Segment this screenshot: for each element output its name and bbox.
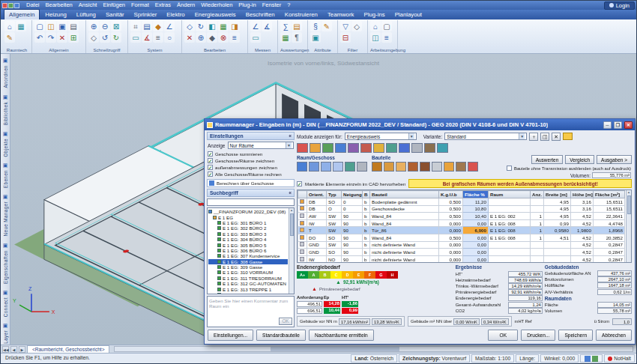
module-icon-7[interactable] [373,143,384,153]
module-icon-11[interactable] [424,143,435,153]
tab-energieausweis[interactable]: Energieausweis [190,10,241,19]
close-button[interactable]: ✕ [624,121,633,129]
menu-ndern[interactable]: Ändern [174,1,198,10]
tree-item[interactable]: E 1 EG: 314 TREPPE 2 [208,292,288,294]
checkbox-icon[interactable]: ✓ [208,158,213,163]
tree-item[interactable]: E 1 EG: 312 GC-AUTOMATEN [208,281,288,286]
panel-tab-eigenschaften[interactable]: ▣ Eigenschaften [2,242,9,284]
login-button[interactable]: Login [604,1,635,10]
option-geschosse-r-ume-zeichnen[interactable]: ✓ Geschosse/Räume zeichnen [207,157,295,164]
column-h-he-m[interactable]: Höhe [m] [571,191,594,198]
menu-fenster[interactable]: Fenster [259,1,284,10]
column-b[interactable]: B [363,191,370,198]
raum-geschoss-icon-5[interactable] [345,162,355,172]
column-raum[interactable]: Raum [489,191,531,198]
bauteil-icon-1[interactable] [372,162,382,172]
panel-tab-layer[interactable]: ▣ Layer [2,322,9,344]
menu-wiederholen[interactable]: Wiederholen [198,1,235,10]
pan-icon[interactable]: ◇ [88,32,99,43]
grid-icon[interactable]: ⌗ [130,21,141,31]
auswerten-button[interactable]: Auswerten [531,155,564,164]
zoom-fit-icon[interactable]: ⊠ [111,21,121,31]
tab-nav-prev-icon[interactable]: ◀ [10,346,17,353]
module-icon-2[interactable] [310,143,321,153]
highlight-checkbox[interactable]: ✓ [297,181,302,186]
measure-length-icon[interactable]: ∠ [250,21,261,31]
panel-tab-neue-manager[interactable]: ▣ Neue Manager [2,193,9,236]
add-variant-button[interactable]: ＋ [529,133,538,141]
tab-nav-first-icon[interactable]: ◀◀ [2,346,9,353]
table-row[interactable]: DOSO90bWand_840,5000,00E 1 EG: 00814,514… [298,234,625,241]
panel-tab-connect[interactable]: ▣ Connect [2,289,9,317]
tab-l-ftung[interactable]: Lüftung [72,10,100,19]
properties-icon[interactable]: ≡ [229,32,240,43]
tree-item[interactable]: E 1 EG: 303 BÜRO 3 [208,231,288,237]
new-file-icon[interactable]: ▢ [34,21,45,31]
room-edit-icon[interactable]: ✎ [4,32,15,43]
tree-item[interactable]: E 1 EG: 307 Kundenservice [208,253,288,258]
module-icon-12[interactable] [437,143,448,153]
vergleich-button[interactable]: Vergleich [565,155,594,164]
filter-off-icon[interactable]: ⊟ [340,32,351,43]
anzeige-select[interactable]: Nur Räume▼ [228,142,295,149]
search-input[interactable] [207,198,295,206]
ortho-icon[interactable]: ∠ [164,21,175,31]
panel-tab-anordnen[interactable]: ▣ Anordnen [2,57,9,88]
room-comment-box[interactable]: Geben Sie hier einen Kommentar zum Raum … [207,296,295,327]
open-file-icon[interactable]: ◫ [46,21,56,31]
column-k-g-u-b[interactable]: K.g.U.b [439,191,463,198]
report-icon[interactable]: ▤ [292,21,302,31]
delete-variant-button[interactable]: ✕ [552,133,561,141]
scroll-thumb[interactable] [290,213,294,236]
copy-variant-button[interactable]: ◫ [540,133,549,141]
status-nothalt[interactable]: NotHalt [604,354,635,363]
tree-item[interactable]: E 1 EG: 305 BÜRO 5 [208,242,288,247]
move-icon[interactable]: ◇ [184,21,195,31]
report-tab[interactable]: <Raumbericht, Geschossbericht> [27,345,109,353]
drawing-canvas[interactable]: X Z Y Isometrie von vorne/links, Südwest… [10,54,636,345]
standardbauteile-button[interactable]: Standardbauteile [256,330,306,341]
module-icon-6[interactable] [360,143,372,153]
bauteil-icon-2[interactable] [384,162,394,172]
module-icon-4[interactable] [335,143,346,153]
tab-allgemein[interactable]: Allgemein [4,9,40,19]
filter-icon[interactable]: ▽ [340,21,351,31]
undo-icon[interactable]: ↶ [34,32,45,43]
module-select[interactable]: Energieausweis▼ [345,133,417,140]
bauteil-icon-9[interactable] [468,162,478,172]
tree-item[interactable]: E 1 EG: 311 TRESORRAUM [208,276,288,281]
table-scrollbar[interactable]: ▲ [626,190,631,262]
table-row[interactable]: DBO0bGeschossdecke0,50010,804,953,1615,6… [298,205,625,213]
einstellungen-button[interactable]: Einstellungen... [208,330,253,341]
table-row[interactable]: IWSW90bWand_840,0000,00E 1 EG: 00810,994… [298,219,625,227]
option-geschosse-summieren[interactable]: ✓ Geschosse summieren [207,151,295,157]
horizontal-scrollbar[interactable] [114,346,633,352]
tab-beschriften[interactable]: Beschriften [241,10,280,19]
view-refresh-icon[interactable]: ↻ [111,32,121,43]
bauteil-table[interactable]: Orient.TypNeigungBBauteilK.g.U.bFläche %… [297,189,632,263]
column-neigung[interactable]: Neigung [342,191,363,198]
delete-icon[interactable]: ⊗ [218,32,229,43]
status-massstab[interactable]: Maßstab: 1:100 [471,354,514,363]
raum-geschoss-icon-3[interactable] [321,162,331,172]
raum-geschoss-icon-2[interactable] [309,162,319,172]
panel-tab-ebenen[interactable]: ▣ Ebenen [2,162,9,188]
column-fl-che[interactable]: Fläche % [463,191,489,198]
tree-item[interactable]: E 1 EG: 313 TREPPE 1 [208,286,288,291]
bauteil-icon-3[interactable] [396,162,406,172]
maximize-button[interactable]: ❐ [614,121,622,129]
scroll-thumb[interactable] [627,195,631,214]
tag-icon[interactable]: ▣ [310,32,321,43]
edit-attribute-icon[interactable]: ✎ [321,21,332,31]
module-icon-1[interactable] [297,143,308,153]
tree-scrollbar[interactable]: ▲ [289,208,294,294]
table-row[interactable]: DBSO0bBodenplatte gedämmt0,50011,204,953… [298,198,625,206]
tab-plug-ins[interactable]: Plug-ins [359,10,389,19]
checkbox-icon[interactable]: ✓ [208,172,213,177]
measure-angle-icon[interactable]: ∡ [262,21,272,31]
zoom-in-icon[interactable]: ⊕ [88,21,99,31]
menu-bearbeiten[interactable]: Bearbeiten [43,1,76,10]
option-alle-geschosse-r-ume-rechnen[interactable]: ✓ Alle Geschosse/Räume rechnen [207,171,295,178]
offset-icon[interactable]: ◨ [229,21,240,31]
rotate-icon[interactable]: ↻ [196,21,206,31]
